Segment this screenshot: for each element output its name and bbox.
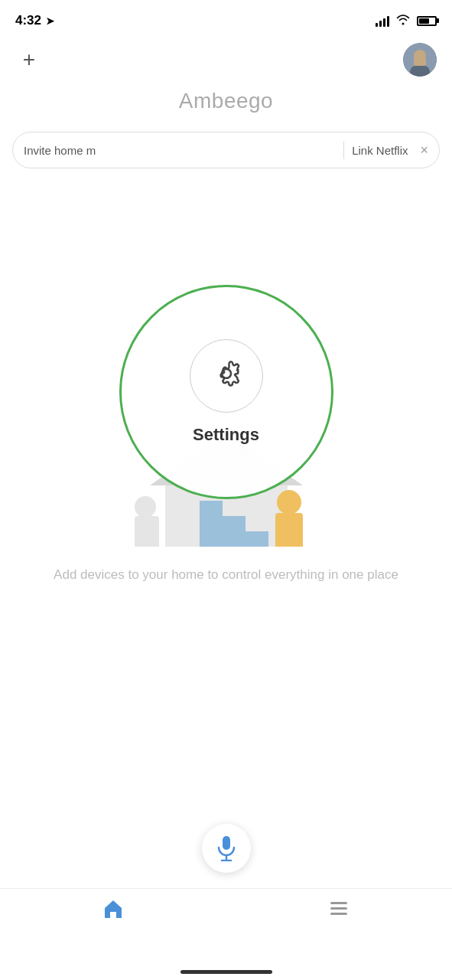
signal-bar-2 [379, 21, 382, 27]
shadow-head [135, 496, 156, 518]
avatar-image [403, 43, 437, 77]
banner-divider [343, 141, 344, 159]
signal-bar-3 [383, 18, 385, 27]
home-name: Ambeego [0, 81, 452, 129]
person-figure [275, 490, 303, 547]
shadow-body [135, 516, 159, 547]
main-content: Settings [0, 172, 452, 585]
battery-icon [417, 16, 437, 26]
stair-container [200, 501, 268, 547]
person-shadow-left [135, 496, 159, 547]
home-nav-icon [102, 898, 124, 925]
person-body [275, 513, 303, 547]
svg-rect-9 [330, 913, 347, 915]
battery-fill [419, 18, 429, 24]
stair-2 [223, 516, 246, 547]
gear-icon [208, 355, 245, 397]
signal-bar-4 [387, 16, 389, 27]
nav-item-home[interactable] [0, 898, 226, 925]
description-area: Add devices to your home to control ever… [0, 547, 452, 585]
status-icons [376, 13, 437, 28]
mic-button[interactable] [202, 824, 251, 873]
mic-area [202, 824, 251, 873]
settings-inner-circle [190, 339, 263, 413]
stair-3 [246, 531, 268, 547]
stair-1 [200, 501, 223, 547]
invite-home-text[interactable]: Invite home m [24, 144, 336, 157]
signal-icon [376, 15, 389, 27]
home-indicator [180, 970, 272, 974]
nav-item-list[interactable] [226, 898, 453, 925]
mic-icon [216, 835, 237, 861]
link-netflix-text[interactable]: Link Netflix [352, 144, 408, 157]
status-bar: 4:32 ➤ [0, 0, 452, 38]
settings-overlay[interactable]: Settings [119, 285, 333, 499]
avatar[interactable] [403, 43, 437, 77]
description-text: Add devices to your home to control ever… [46, 565, 406, 585]
svg-rect-3 [414, 58, 426, 66]
time-text: 4:32 [15, 13, 41, 28]
person-head [277, 490, 301, 514]
banner-area: Invite home m Link Netflix × [0, 129, 452, 172]
status-time: 4:32 ➤ [15, 13, 54, 28]
banner-close-button[interactable]: × [420, 142, 428, 158]
location-arrow-icon: ➤ [46, 15, 54, 27]
banner-pill: Invite home m Link Netflix × [12, 132, 440, 168]
settings-label: Settings [193, 425, 259, 445]
svg-rect-8 [330, 907, 347, 910]
add-button[interactable]: + [15, 46, 43, 74]
svg-rect-7 [330, 902, 347, 904]
top-actions: + [0, 38, 452, 81]
list-nav-icon [328, 898, 350, 925]
bottom-nav [0, 888, 452, 980]
home-name-text: Ambeego [179, 89, 273, 113]
wifi-icon [395, 13, 411, 28]
svg-rect-4 [223, 836, 230, 850]
signal-bar-1 [376, 23, 378, 27]
